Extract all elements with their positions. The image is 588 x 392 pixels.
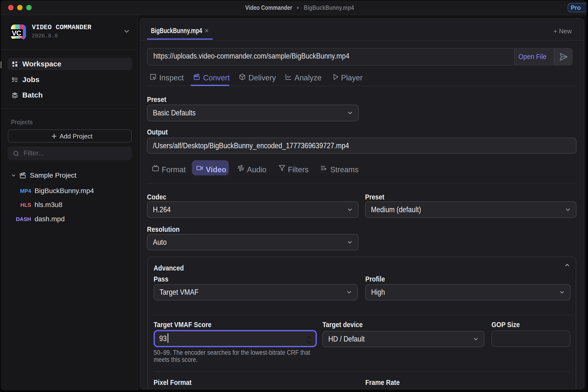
svg-text:VC: VC xyxy=(12,29,21,37)
